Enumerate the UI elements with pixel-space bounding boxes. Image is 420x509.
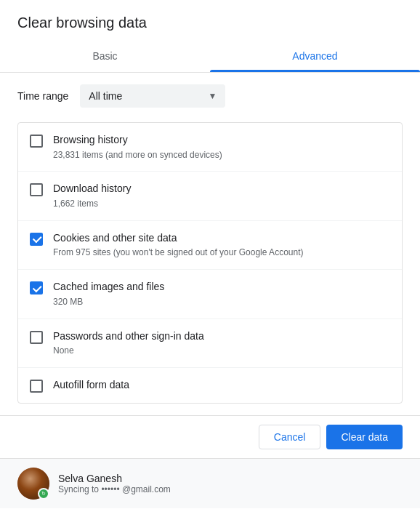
dialog-title: Clear browsing data (17, 15, 403, 31)
time-range-select[interactable]: All time ▼ (80, 84, 225, 108)
item-title: Cached images and files (53, 280, 390, 294)
checkbox-cached-images[interactable] (30, 281, 43, 294)
account-info: Selva Ganesh Syncing to •••••• @gmail.co… (58, 473, 403, 494)
item-title: Autofill form data (53, 378, 390, 393)
dropdown-arrow-icon: ▼ (208, 91, 217, 101)
list-item[interactable]: Autofill form data (18, 368, 402, 403)
items-list: Browsing history 23,831 items (and more … (17, 122, 403, 404)
list-item[interactable]: Passwords and other sign-in data None (18, 319, 402, 368)
clear-data-button[interactable]: Clear data (326, 425, 403, 449)
list-item[interactable]: Cookies and other site data From 975 sit… (18, 221, 402, 270)
item-subtitle: 1,662 items (53, 198, 390, 210)
clear-browsing-data-dialog: Clear browsing data Basic Advanced Time … (0, 0, 420, 509)
checkbox-passwords[interactable] (30, 331, 43, 344)
content-area: Time range All time ▼ Browsing history 2… (0, 73, 420, 415)
item-subtitle: 23,831 items (and more on synced devices… (53, 149, 390, 161)
title-area: Clear browsing data (0, 0, 420, 40)
item-title: Cookies and other site data (53, 231, 390, 246)
time-range-row: Time range All time ▼ (17, 84, 403, 108)
list-item[interactable]: Browsing history 23,831 items (and more … (18, 123, 402, 172)
account-bar: ↻ Selva Ganesh Syncing to •••••• @gmail.… (0, 458, 420, 508)
time-range-value: All time (89, 90, 122, 102)
item-subtitle: None (53, 345, 390, 357)
checkbox-cookies[interactable] (30, 233, 43, 246)
list-item[interactable]: Cached images and files 320 MB (18, 270, 402, 318)
account-name: Selva Ganesh (58, 473, 403, 484)
item-title: Download history (53, 182, 390, 196)
checkbox-autofill[interactable] (30, 380, 43, 393)
avatar-wrapper: ↻ (17, 468, 49, 500)
item-subtitle: From 975 sites (you won't be signed out … (53, 247, 390, 259)
checkbox-browsing-history[interactable] (30, 135, 43, 148)
item-title: Passwords and other sign-in data (53, 329, 390, 344)
cancel-button[interactable]: Cancel (259, 425, 321, 449)
list-item[interactable]: Download history 1,662 items (18, 172, 402, 220)
tabs-bar: Basic Advanced (0, 40, 420, 73)
sync-icon: ↻ (41, 491, 47, 497)
tab-advanced[interactable]: Advanced (210, 40, 420, 72)
dialog-actions: Cancel Clear data (0, 415, 420, 458)
time-range-label: Time range (17, 90, 68, 102)
tab-basic[interactable]: Basic (0, 40, 210, 72)
item-title: Browsing history (53, 133, 390, 148)
item-subtitle: 320 MB (53, 296, 390, 308)
account-sync: Syncing to •••••• @gmail.com (58, 484, 403, 494)
checkbox-download-history[interactable] (30, 183, 43, 196)
sync-badge: ↻ (38, 488, 49, 500)
